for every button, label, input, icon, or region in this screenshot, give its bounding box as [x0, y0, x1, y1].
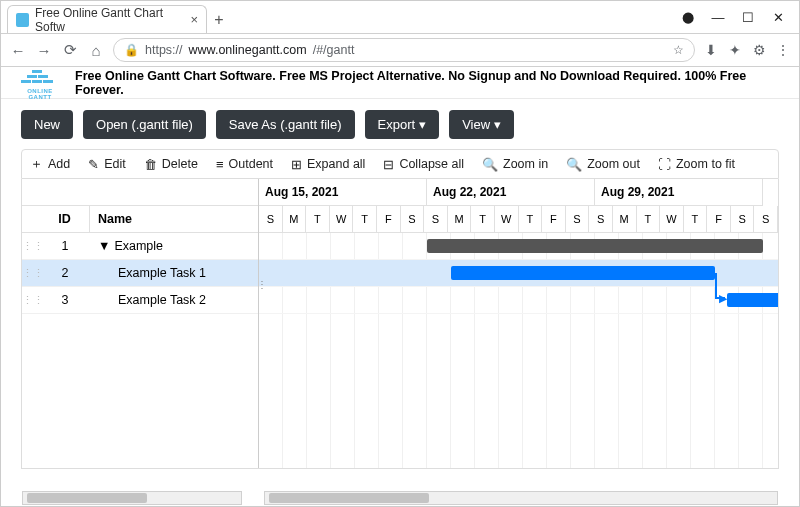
row-id: 2	[40, 266, 90, 280]
collapse-button[interactable]: ⊟Collapse all	[383, 157, 464, 172]
zoomout-button[interactable]: 🔍Zoom out	[566, 157, 640, 172]
url-input[interactable]: 🔒 https://www.onlinegantt.com/#/gantt ☆	[113, 38, 695, 62]
summary-bar[interactable]	[427, 239, 763, 253]
zoomout-icon: 🔍	[566, 157, 582, 172]
gantt-row[interactable]	[259, 260, 778, 287]
extensions-icon[interactable]: ✦	[727, 42, 743, 58]
day-header: W	[660, 206, 684, 233]
task-bar[interactable]	[727, 293, 778, 307]
caret-down-icon[interactable]: ▼	[98, 239, 110, 253]
day-header: W	[495, 206, 519, 233]
account-icon[interactable]: ⬤	[673, 11, 703, 24]
zoomin-icon: 🔍	[482, 157, 498, 172]
day-header: M	[283, 206, 307, 233]
tab-close-icon[interactable]: ×	[190, 12, 198, 27]
logo: ONLINE GANTT	[15, 65, 65, 100]
drag-handle-icon[interactable]: ⋮⋮	[22, 267, 40, 280]
home-icon[interactable]: ⌂	[87, 42, 105, 59]
day-header: S	[589, 206, 613, 233]
gantt-body[interactable]: ▶	[259, 233, 778, 468]
expand-icon: ⊞	[291, 157, 302, 172]
scrollbar-thumb[interactable]	[269, 493, 429, 503]
day-header: T	[684, 206, 708, 233]
pencil-icon: ✎	[88, 157, 99, 172]
tagline: Free Online Gantt Chart Software. Free M…	[75, 69, 785, 97]
row-name: Example Task 2	[90, 293, 258, 307]
star-icon[interactable]: ☆	[673, 43, 684, 57]
collapse-icon: ⊟	[383, 157, 394, 172]
forward-icon[interactable]: →	[35, 42, 53, 59]
horizontal-scrollbar-right[interactable]	[264, 491, 778, 505]
day-header: S	[401, 206, 425, 233]
zoomfit-button[interactable]: ⛶Zoom to fit	[658, 157, 735, 172]
day-header: S	[754, 206, 778, 233]
drag-handle-icon[interactable]: ⋮⋮	[22, 240, 40, 253]
day-header: M	[613, 206, 637, 233]
browser-tab[interactable]: Free Online Gantt Chart Softw ×	[7, 5, 207, 33]
trash-icon: 🗑	[144, 157, 157, 172]
url-scheme: https://	[145, 43, 183, 57]
day-header: S	[731, 206, 755, 233]
scrollbar-thumb[interactable]	[27, 493, 147, 503]
maximize-icon[interactable]: ☐	[733, 10, 763, 25]
reload-icon[interactable]: ⟳	[61, 41, 79, 59]
horizontal-scrollbar-left[interactable]	[22, 491, 242, 505]
view-button[interactable]: View▾	[449, 110, 514, 139]
row-name: ▼Example	[90, 239, 258, 253]
day-header: T	[637, 206, 661, 233]
zoomin-button[interactable]: 🔍Zoom in	[482, 157, 548, 172]
day-header: M	[448, 206, 472, 233]
open-button[interactable]: Open (.gantt file)	[83, 110, 206, 139]
gantt-row[interactable]	[259, 233, 778, 260]
delete-button[interactable]: 🗑Delete	[144, 157, 198, 172]
tab-title: Free Online Gantt Chart Softw	[35, 6, 184, 34]
close-icon[interactable]: ✕	[763, 10, 793, 25]
day-header-row: SMTWTFSSMTWTFSSMTWTFSS	[259, 206, 778, 233]
extension-puzzle-icon[interactable]: ⚙	[751, 42, 767, 58]
task-list: ID Name ⋮⋮ 1 ▼Example ⋮⋮ 2 Example Task …	[22, 179, 259, 468]
add-button[interactable]: ＋Add	[30, 155, 70, 173]
menu-icon[interactable]: ⋮	[775, 42, 791, 58]
row-name: Example Task 1	[90, 266, 258, 280]
table-row[interactable]: ⋮⋮ 1 ▼Example	[22, 233, 258, 260]
new-tab-button[interactable]: +	[207, 11, 231, 33]
caret-down-icon: ▾	[419, 117, 426, 132]
expand-button[interactable]: ⊞Expand all	[291, 157, 365, 172]
back-icon[interactable]: ←	[9, 42, 27, 59]
day-header: T	[471, 206, 495, 233]
drag-handle-icon[interactable]: ⋮⋮	[22, 294, 40, 307]
timeline: Aug 15, 2021 Aug 22, 2021 Aug 29, 2021 S…	[259, 179, 778, 468]
download-icon[interactable]: ⬇	[703, 42, 719, 58]
table-row[interactable]: ⋮⋮ 3 Example Task 2	[22, 287, 258, 314]
gantt-grid: ID Name ⋮⋮ 1 ▼Example ⋮⋮ 2 Example Task …	[21, 179, 779, 469]
edit-button[interactable]: ✎Edit	[88, 157, 126, 172]
row-id: 1	[40, 239, 90, 253]
browser-addressbar: ← → ⟳ ⌂ 🔒 https://www.onlinegantt.com/#/…	[1, 33, 799, 67]
day-header: F	[377, 206, 401, 233]
task-bar[interactable]	[451, 266, 715, 280]
day-header: F	[542, 206, 566, 233]
export-button[interactable]: Export▾	[365, 110, 440, 139]
day-header: T	[519, 206, 543, 233]
saveas-button[interactable]: Save As (.gantt file)	[216, 110, 355, 139]
day-header: S	[424, 206, 448, 233]
table-row[interactable]: ⋮⋮ 2 Example Task 1	[22, 260, 258, 287]
lock-icon: 🔒	[124, 43, 139, 57]
logo-text: ONLINE GANTT	[15, 88, 65, 100]
zoomfit-icon: ⛶	[658, 157, 671, 172]
window-controls: ⬤ — ☐ ✕	[673, 1, 793, 33]
day-header: S	[566, 206, 590, 233]
outdent-button[interactable]: ≡Outdent	[216, 157, 273, 172]
week-header: Aug 29, 2021	[595, 179, 763, 206]
plus-icon: ＋	[30, 155, 43, 173]
minimize-icon[interactable]: —	[703, 10, 733, 25]
gantt-row[interactable]: ▶	[259, 287, 778, 314]
caret-down-icon: ▾	[494, 117, 501, 132]
day-header: T	[353, 206, 377, 233]
new-button[interactable]: New	[21, 110, 73, 139]
splitter-handle[interactable]: ⋮	[257, 279, 267, 290]
dependency-line	[715, 273, 717, 297]
week-header-row: Aug 15, 2021 Aug 22, 2021 Aug 29, 2021	[259, 179, 778, 206]
row-id: 3	[40, 293, 90, 307]
app-header: ONLINE GANTT Free Online Gantt Chart Sof…	[1, 67, 799, 99]
